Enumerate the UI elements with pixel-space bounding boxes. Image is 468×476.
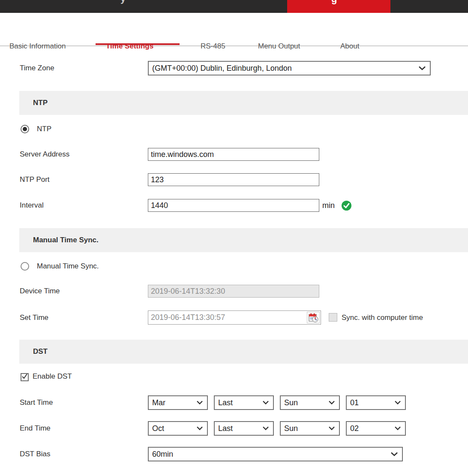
end-hour-select[interactable]: 02 [346, 421, 406, 436]
interval-label: Interval [20, 199, 44, 212]
chevron-down-icon [262, 401, 269, 405]
device-time-label: Device Time [20, 285, 60, 298]
dst-bias-label: DST Bias [20, 447, 51, 461]
start-week-select[interactable]: Last [214, 395, 274, 410]
end-month-select[interactable]: Oct [148, 421, 208, 436]
checkmark-icon [21, 373, 28, 380]
chevron-down-icon [196, 426, 203, 431]
ntp-radio[interactable] [21, 125, 29, 133]
calendar-clock-icon [308, 313, 319, 323]
end-day-value: Sun [284, 424, 298, 433]
start-day-value: Sun [284, 398, 298, 407]
enable-dst-label: Enable DST [33, 372, 72, 381]
chevron-down-icon [262, 426, 269, 431]
tab-basic-information[interactable]: Basic Information [9, 42, 66, 51]
chevron-down-icon [196, 401, 203, 405]
manual-sync-radio[interactable] [21, 262, 29, 271]
dst-bias-select[interactable]: 60min [148, 447, 403, 461]
set-time-label: Set Time [20, 310, 48, 325]
start-day-select[interactable]: Sun [280, 395, 340, 410]
nav-active-item-configuration[interactable]: g [287, 0, 390, 13]
set-time-input[interactable] [148, 311, 303, 324]
interval-unit-label: min [322, 199, 335, 212]
chevron-down-icon [418, 66, 426, 71]
server-address-label: Server Address [20, 148, 69, 161]
start-hour-select[interactable]: 01 [346, 395, 406, 410]
ntp-radio-label: NTP [37, 125, 51, 133]
chevron-down-icon [394, 426, 401, 431]
end-week-value: Last [218, 424, 233, 433]
dst-section-header: DST [19, 340, 468, 364]
end-month-value: Oct [152, 424, 164, 433]
set-time-field[interactable] [148, 310, 321, 325]
tab-menu-output[interactable]: Menu Output [258, 42, 300, 51]
start-hour-value: 01 [350, 398, 359, 407]
end-day-select[interactable]: Sun [280, 421, 340, 436]
ntp-port-label: NTP Port [20, 173, 50, 186]
calendar-picker-button[interactable] [307, 312, 320, 323]
start-week-value: Last [218, 398, 233, 407]
tab-rs-485[interactable]: RS-485 [201, 42, 225, 51]
end-week-select[interactable]: Last [214, 421, 274, 436]
time-settings-page: y g Basic Information Time Settings RS-4… [0, 0, 468, 476]
ntp-port-input[interactable] [148, 173, 319, 186]
valid-check-icon [342, 201, 351, 211]
end-hour-value: 02 [350, 424, 359, 433]
time-zone-label: Time Zone [20, 61, 54, 75]
device-time-input [148, 285, 319, 298]
nav-text-fragment: y [120, 0, 126, 4]
end-time-label: End Time [20, 421, 51, 436]
manual-sync-radio-label: Manual Time Sync. [37, 262, 99, 271]
start-month-select[interactable]: Mar [148, 395, 208, 410]
tab-bar: Basic Information Time Settings RS-485 M… [0, 13, 468, 46]
chevron-down-icon [328, 401, 335, 405]
enable-dst-checkbox[interactable] [21, 373, 29, 381]
sync-with-computer-label: Sync. with computer time [342, 310, 423, 325]
time-zone-value: (GMT+00:00) Dublin, Edinburgh, London [152, 64, 292, 73]
chevron-down-icon [328, 426, 335, 431]
server-address-input[interactable] [148, 148, 319, 161]
chevron-down-icon [390, 452, 398, 457]
ntp-section-header: NTP [19, 91, 468, 115]
interval-input[interactable] [148, 199, 319, 212]
tab-about[interactable]: About [340, 42, 359, 51]
dst-bias-value: 60min [152, 450, 173, 459]
start-time-label: Start Time [20, 395, 53, 410]
chevron-down-icon [394, 401, 401, 405]
time-zone-select[interactable]: (GMT+00:00) Dublin, Edinburgh, London [148, 61, 431, 75]
start-month-value: Mar [152, 398, 165, 407]
active-tab-underline [96, 43, 180, 45]
sync-with-computer-checkbox[interactable] [329, 313, 337, 322]
nav-active-text-fragment: g [331, 0, 337, 5]
top-nav-bar: y g [0, 0, 468, 13]
manual-sync-section-header: Manual Time Sync. [19, 228, 468, 252]
